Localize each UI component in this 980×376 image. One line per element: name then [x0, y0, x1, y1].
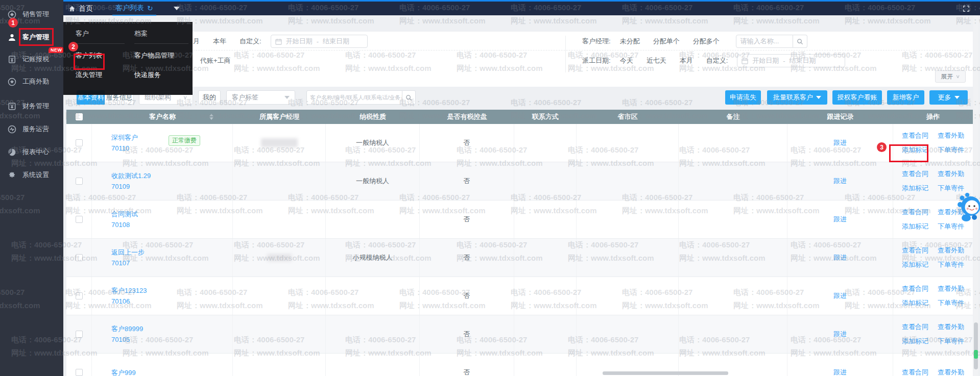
follow-up-link[interactable]: 跟进 — [833, 291, 847, 300]
action-link-查看外勤[interactable]: 查看外勤 — [938, 131, 964, 140]
action-link-添加标记[interactable]: 添加标记 — [902, 222, 928, 231]
row-checkbox[interactable] — [76, 369, 83, 376]
row-checkbox[interactable] — [76, 292, 83, 299]
customer-name-link[interactable]: 收款测试1.29 — [111, 170, 151, 181]
customer-name-link[interactable]: 返回上一步 — [111, 247, 145, 258]
action-link-查看外勤[interactable]: 查看外勤 — [938, 169, 964, 179]
filter-service-type[interactable]: 代账+工商 — [200, 56, 231, 65]
follow-up-link[interactable]: 跟进 — [833, 253, 847, 262]
sidebar-item-8[interactable]: 系统设置 — [0, 167, 63, 183]
dispatch-date-range-input[interactable]: 开始日期 - 结束日期 — [737, 54, 845, 67]
vertical-scrollbar-thumb[interactable] — [974, 322, 978, 369]
manager-opt-unassigned[interactable]: 未分配 — [620, 37, 640, 46]
sidebar-item-3[interactable]: 记账报税NEW — [0, 51, 63, 67]
customer-code-link[interactable]: 70106 — [111, 296, 130, 307]
contract-date-range-input[interactable]: 开始日期 - 结束日期 — [271, 35, 368, 48]
sidebar: 销售管理客户管理记账报税NEW工商外勤财务管理服务运营报表中心系统设置 — [0, 0, 63, 376]
menu-item-客户物品管理[interactable]: 客户物品管理 — [134, 51, 188, 60]
filter-this-year[interactable]: 本年 — [213, 37, 226, 46]
customer-code-link[interactable]: 70109 — [111, 181, 130, 192]
sidebar-item-5[interactable]: 财务管理 — [0, 98, 63, 114]
dispatch-opt-today[interactable]: 今天 — [620, 56, 633, 65]
action-link-下单寄件[interactable]: 下单寄件 — [938, 298, 964, 308]
action-link-查看合同[interactable]: 查看合同 — [902, 246, 928, 255]
row-checkbox[interactable] — [76, 254, 83, 261]
row-checkbox[interactable] — [76, 178, 83, 185]
action-link-查看合同[interactable]: 查看合同 — [902, 169, 928, 179]
menu-item-快递服务[interactable]: 快递服务 — [134, 70, 188, 80]
action-link-添加标记[interactable]: 添加标记 — [902, 184, 928, 193]
sort-arrows-icon[interactable] — [209, 114, 213, 120]
dispatch-opt-7days[interactable]: 近七天 — [647, 56, 666, 65]
customer-code-link[interactable]: 70105 — [111, 334, 130, 345]
action-link-查看外勤[interactable]: 查看外勤 — [938, 322, 964, 332]
action-link-下单寄件[interactable]: 下单寄件 — [938, 145, 964, 155]
horizontal-scrollbar-thumb[interactable] — [603, 371, 728, 375]
action-link-查看合同[interactable]: 查看合同 — [902, 131, 928, 140]
sidebar-item-6[interactable]: 服务运营 — [0, 121, 63, 137]
action-link-查看外勤[interactable]: 查看外勤 — [938, 284, 964, 293]
more-button[interactable]: 更多 — [929, 90, 968, 105]
customer-name-cell: 返回上一步70107 — [92, 239, 233, 277]
expand-filters-button[interactable]: 展开 ∨ — [935, 70, 966, 83]
nav-home-label: 首页 — [79, 4, 93, 13]
follow-up-link[interactable]: 跟进 — [833, 138, 847, 147]
manager-opt-multi[interactable]: 分配多个 — [693, 37, 720, 46]
action-link-添加标记[interactable]: 添加标记 — [902, 145, 928, 155]
sidebar-item-7[interactable]: 报表中心 — [0, 144, 63, 160]
action-link-查看合同[interactable]: 查看合同 — [902, 322, 928, 332]
customer-name-link[interactable]: 客户89999 — [111, 323, 143, 334]
customer-name-link[interactable]: 深圳客户 — [111, 132, 138, 143]
action-link-添加标记[interactable]: 添加标记 — [902, 337, 928, 346]
batch-contact-button[interactable]: 批量联系客户 — [767, 90, 827, 105]
sidebar-item-2[interactable]: 客户管理 — [0, 29, 63, 45]
authorize-view-button[interactable]: 授权客户看账 — [832, 90, 882, 105]
manager-search-button[interactable] — [793, 35, 807, 48]
menu-item-流失管理[interactable]: 流失管理 — [76, 70, 125, 80]
customer-search-input[interactable]: 客户名称/编号/联系人/联系电话/业务员 — [306, 90, 402, 105]
filter-month-partial[interactable]: 月 — [193, 37, 200, 46]
action-link-下单寄件[interactable]: 下单寄件 — [938, 337, 964, 346]
add-customer-button[interactable]: 新增客户 — [887, 90, 924, 105]
customer-name-link[interactable]: 合同测试 — [111, 209, 138, 219]
dispatch-opt-month[interactable]: 本月 — [680, 56, 693, 65]
manager-opt-single[interactable]: 分配单个 — [653, 37, 680, 46]
customer-tag-select[interactable]: 客户标签 — [226, 90, 295, 105]
assistant-mascot-icon[interactable] — [957, 191, 980, 222]
customer-name-link[interactable]: 客户999 — [111, 367, 136, 376]
action-link-添加标记[interactable]: 添加标记 — [902, 260, 928, 269]
sidebar-item-4[interactable]: 工商外勤 — [0, 73, 63, 90]
tax-type-cell — [326, 277, 420, 315]
follow-up-link[interactable]: 跟进 — [833, 330, 847, 339]
row-checkbox[interactable] — [76, 139, 83, 146]
tab-dropdown-caret-icon[interactable] — [174, 7, 180, 10]
mine-button[interactable]: 我的 — [198, 90, 221, 105]
follow-up-link[interactable]: 跟进 — [833, 368, 847, 376]
sidebar-item-1[interactable]: 销售管理 — [0, 6, 63, 22]
customer-code-link[interactable]: 70108 — [111, 219, 130, 230]
follow-up-link[interactable]: 跟进 — [833, 177, 847, 186]
action-link-查看合同[interactable]: 查看合同 — [902, 208, 928, 217]
nav-home[interactable]: 首页 — [68, 4, 93, 13]
refresh-icon[interactable]: ↻ — [147, 4, 153, 12]
fullscreen-icon[interactable] — [963, 5, 970, 12]
customer-name-link[interactable]: 客户123123 — [111, 285, 147, 296]
customer-code-link[interactable]: 70110 — [111, 143, 129, 154]
action-link-查看合同[interactable]: 查看合同 — [902, 368, 928, 376]
action-link-查看外勤[interactable]: 查看外勤 — [938, 246, 964, 255]
action-link-添加标记[interactable]: 添加标记 — [902, 298, 928, 308]
action-link-查看合同[interactable]: 查看合同 — [902, 284, 928, 293]
menu-item-客户列表[interactable]: 客户列表 — [76, 51, 125, 60]
action-link-查看外勤[interactable]: 查看外勤 — [938, 368, 964, 376]
action-link-下单寄件[interactable]: 下单寄件 — [938, 222, 964, 231]
row-checkbox[interactable] — [76, 331, 83, 338]
manager-name-input[interactable]: 请输入名称... — [736, 35, 793, 48]
search-button[interactable] — [402, 90, 416, 105]
select-all-checkbox[interactable] — [76, 113, 83, 120]
row-checkbox[interactable] — [76, 216, 83, 223]
apply-churn-button[interactable]: 申请流失 — [725, 90, 761, 105]
action-link-下单寄件[interactable]: 下单寄件 — [938, 260, 964, 269]
tab-customer-list[interactable]: 客户列表 ↻ — [112, 4, 156, 14]
customer-code-link[interactable]: 70107 — [111, 258, 130, 268]
follow-up-link[interactable]: 跟进 — [833, 215, 847, 224]
